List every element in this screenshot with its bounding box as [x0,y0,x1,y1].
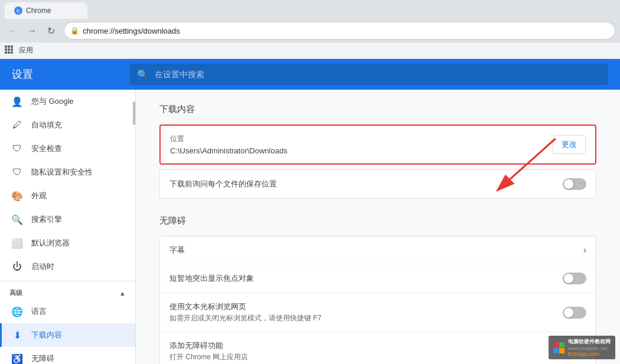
ask-download-row: 下载前询问每个文件的保存位置 [160,170,596,198]
reload-button[interactable]: ↻ [43,22,59,39]
focus-label: 短暂地突出显示焦点对象 [169,273,254,284]
text-cursor-label: 使用文本光标浏览网页 [169,301,321,312]
chevron-right-icon: › [583,245,586,255]
text-cursor-toggle[interactable] [563,307,586,319]
change-location-button[interactable]: 更改 [553,135,586,154]
nav-buttons: ← → ↻ [5,22,59,39]
text-cursor-toggle-knob [564,308,573,317]
power-icon: ⏻ [11,261,23,273]
location-label: 位置 [170,134,553,144]
sidebar-item-safety-check[interactable]: 🛡 安全检查 [0,137,135,160]
settings-search-input[interactable] [155,70,601,79]
bookmarks-bar: 应用 [0,42,620,59]
browser-topbar: ← → ↻ 🔒 chrome://settings/downloads [0,19,620,42]
ask-download-toggle[interactable] [563,178,586,190]
sidebar-item-privacy[interactable]: 🛡 隐私设置和安全性 [0,160,135,184]
location-path: C:\Users\Administrator\Downloads [170,146,553,155]
sidebar-item-startup[interactable]: ⏻ 启动时 [0,255,135,278]
palette-icon: 🎨 [11,190,23,202]
download-icon: ⬇ [11,329,23,341]
text-cursor-row: 使用文本光标浏览网页 如需开启或关闭光标浏览模式，请使用快捷键 F7 [160,293,596,332]
sidebar-label-google-account: 您与 Google [31,96,74,107]
address-bar-text: chrome://settings/downloads [83,27,609,35]
sidebar-divider [0,281,135,281]
sidebar-item-accessibility[interactable]: ♿ 无障碍 [0,347,135,364]
sidebar-item-google-account[interactable]: 👤 您与 Google [0,90,135,113]
captions-label: 字幕 [169,245,185,255]
autofill-icon: 🖊 [11,119,23,131]
text-cursor-info: 使用文本光标浏览网页 如需开启或关闭光标浏览模式，请使用快捷键 F7 [169,301,321,323]
accessibility-card: 字幕 › 短暂地突出显示焦点对象 使用文本光标浏览网页 如需开启或关闭光标浏览模… [159,236,596,364]
sidebar-label-language: 语言 [31,306,47,317]
add-feature-label: 添加无障碍功能 [169,340,586,351]
search-engine-icon: 🔍 [11,214,23,225]
address-bar[interactable]: 🔒 chrome://settings/downloads [64,22,615,40]
accessibility-icon: ♿ [11,353,23,364]
sidebar-item-default-browser[interactable]: ⬜ 默认浏览器 [0,231,135,255]
text-cursor-sublabel: 如需开启或关闭光标浏览模式，请使用快捷键 F7 [169,313,321,323]
sidebar-item-search-engine[interactable]: 🔍 搜索引擎 [0,208,135,231]
location-info: 位置 C:\Users\Administrator\Downloads [170,134,553,155]
collapse-icon: ▲ [119,290,126,297]
sidebar-label-accessibility: 无障碍 [31,353,54,364]
privacy-icon: 🛡 [11,166,23,178]
focus-toggle[interactable] [563,273,586,284]
active-tab[interactable]: C Chrome [5,2,87,19]
toggle-knob [564,179,573,189]
sidebar-label-downloads: 下载内容 [31,330,62,340]
sidebar-label-search-engine: 搜索引擎 [31,214,62,225]
advanced-section-header[interactable]: 高级 ▲ [0,284,135,300]
tab-bar: C Chrome [0,0,620,19]
browser-window: C Chrome ← → ↻ 🔒 chrome://settings/downl… [0,0,620,364]
add-accessibility-row: 添加无障碍功能 打开 Chrome 网上应用店 [160,332,596,364]
captions-row[interactable]: 字幕 › [160,237,596,264]
settings-header: 设置 🔍 [0,59,620,90]
apps-grid-icon[interactable] [5,45,15,56]
shield-check-icon: 🛡 [11,143,23,155]
apps-label: 应用 [19,45,33,55]
person-icon: 👤 [11,96,23,107]
tab-favicon: C [14,6,22,15]
focus-row: 短暂地突出显示焦点对象 [160,264,596,293]
tab-title: Chrome [26,6,51,15]
lock-icon: 🔒 [70,27,79,35]
add-feature-sublabel: 打开 Chrome 网上应用店 [169,352,586,362]
sidebar-label-default-browser: 默认浏览器 [31,238,70,248]
back-button[interactable]: ← [5,22,21,39]
forward-button[interactable]: → [24,22,40,39]
language-icon: 🌐 [11,306,23,317]
search-icon: 🔍 [137,69,149,80]
accessibility-section-title: 无障碍 [159,215,596,227]
watermark: 电脑软硬件教程网 www.computer-net ExtApps.com [549,336,615,359]
sidebar-label-autofill: 自动填充 [31,120,62,130]
browser-icon: ⬜ [11,237,23,249]
sidebar-item-downloads[interactable]: ⬇ 下载内容 [0,323,135,347]
download-location-card: 位置 C:\Users\Administrator\Downloads 更改 [159,124,596,165]
advanced-section-label: 高级 [9,288,22,297]
focus-toggle-knob [564,274,573,283]
sidebar-item-appearance[interactable]: 🎨 外观 [0,184,135,208]
settings-search-box[interactable]: 🔍 [130,64,608,85]
sidebar-scrollbar[interactable] [133,101,135,125]
downloads-section-title: 下载内容 [159,104,596,115]
sidebar-label-startup: 启动时 [31,261,54,272]
sidebar-label-safety-check: 安全检查 [31,143,62,154]
sidebar-item-autofill[interactable]: 🖊 自动填充 [0,113,135,137]
ask-download-label: 下载前询问每个文件的保存位置 [169,179,277,189]
sidebar-label-appearance: 外观 [31,191,47,201]
main-content: 下载内容 位置 C:\Users\Administrator\Downloads… [136,90,620,364]
ask-download-card: 下载前询问每个文件的保存位置 [159,169,596,199]
content-area: 👤 您与 Google 🖊 自动填充 🛡 安全检查 🛡 隐私设置和安全性 🎨 外… [0,90,620,364]
sidebar-label-privacy: 隐私设置和安全性 [31,167,93,178]
sidebar: 👤 您与 Google 🖊 自动填充 🛡 安全检查 🛡 隐私设置和安全性 🎨 外… [0,90,136,364]
sidebar-item-language[interactable]: 🌐 语言 [0,300,135,323]
settings-page-title: 设置 [12,67,118,81]
